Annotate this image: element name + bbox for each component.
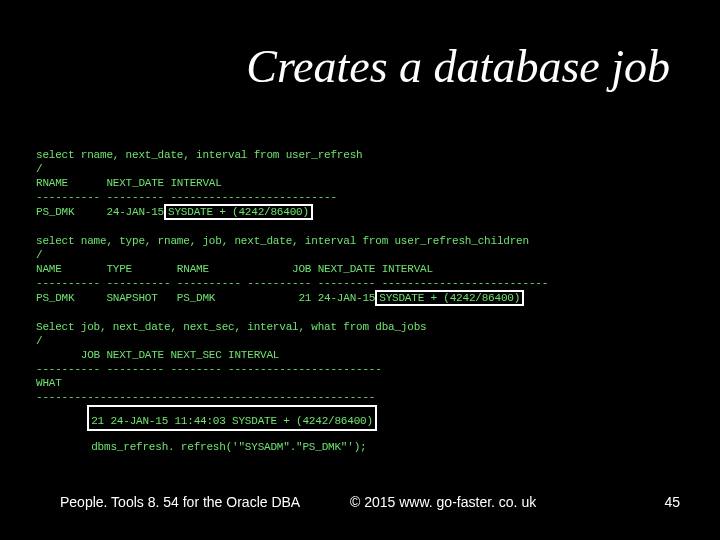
- code-line: PS_DMK SNAPSHOT PS_DMK 21 24-JAN-15: [36, 292, 375, 304]
- footer-copyright: © 2015 www. go-faster. co. uk: [350, 494, 536, 510]
- code-line: /: [36, 249, 42, 261]
- code-line: PS_DMK 24-JAN-15: [36, 206, 164, 218]
- footer-left: People. Tools 8. 54 for the Oracle DBA: [60, 494, 300, 510]
- code-line: /: [36, 335, 42, 347]
- page-number: 45: [664, 494, 680, 510]
- code-line: JOB NEXT_DATE NEXT_SEC INTERVAL: [36, 349, 279, 361]
- highlight-box: SYSDATE + (4242/86400): [164, 204, 313, 220]
- code-line: WHAT: [36, 377, 62, 389]
- code-line: /: [36, 163, 42, 175]
- code-line: NAME TYPE RNAME JOB NEXT_DATE INTERVAL: [36, 263, 433, 275]
- code-line: ----------------------------------------…: [36, 391, 375, 403]
- slide-title: Creates a database job: [246, 40, 670, 93]
- code-line: ---------- --------- -------------------…: [36, 191, 337, 203]
- code-line: ---------- --------- -------- ----------…: [36, 363, 382, 375]
- code-line: dbms_refresh. refresh('"SYSADM"."PS_DMK"…: [91, 441, 366, 453]
- code-line: select rname, next_date, interval from u…: [36, 149, 362, 161]
- code-line: select name, type, rname, job, next_date…: [36, 235, 529, 247]
- highlight-box: SYSDATE + (4242/86400): [375, 290, 524, 306]
- code-line: Select job, next_date, next_sec, interva…: [36, 321, 426, 333]
- code-line: 21 24-JAN-15 11:44:03 SYSDATE + (4242/86…: [91, 415, 373, 427]
- code-line: [36, 405, 87, 417]
- code-line: ---------- ---------- ---------- -------…: [36, 277, 548, 289]
- code-line: RNAME NEXT_DATE INTERVAL: [36, 177, 222, 189]
- highlight-box-large: 21 24-JAN-15 11:44:03 SYSDATE + (4242/86…: [87, 405, 377, 431]
- slide: Creates a database job select rname, nex…: [0, 0, 720, 540]
- code-block: select rname, next_date, interval from u…: [36, 148, 684, 431]
